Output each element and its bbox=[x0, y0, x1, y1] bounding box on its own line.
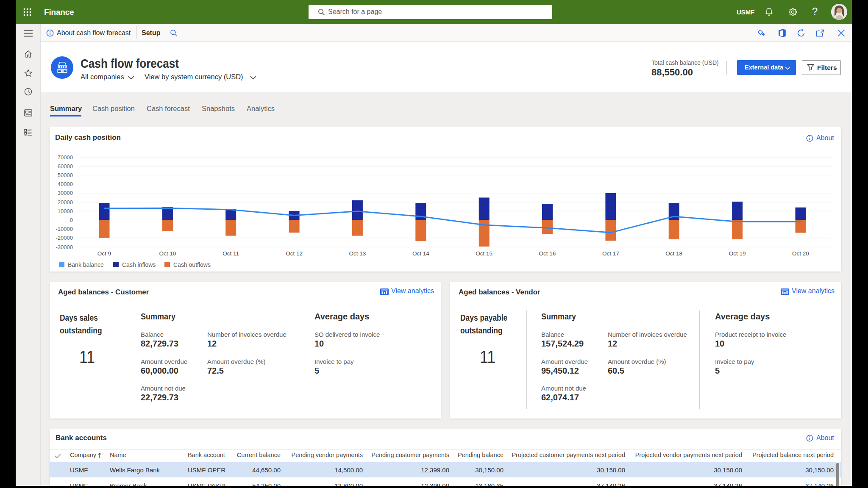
svg-text:Oct 14: Oct 14 bbox=[412, 250, 429, 257]
svg-text:Oct 17: Oct 17 bbox=[602, 250, 619, 257]
svg-text:20000: 20000 bbox=[58, 199, 73, 205]
svg-text:Oct 18: Oct 18 bbox=[665, 250, 682, 257]
svg-text:Oct 15: Oct 15 bbox=[476, 250, 492, 257]
svg-text:70000: 70000 bbox=[58, 154, 73, 161]
svg-text:50000: 50000 bbox=[58, 172, 73, 178]
svg-text:10000: 10000 bbox=[58, 208, 73, 214]
svg-text:-20000: -20000 bbox=[56, 235, 73, 241]
svg-text:Oct 16: Oct 16 bbox=[539, 250, 556, 257]
svg-text:30000: 30000 bbox=[58, 190, 73, 196]
svg-text:Oct 13: Oct 13 bbox=[349, 250, 366, 257]
svg-text:Oct 12: Oct 12 bbox=[286, 250, 303, 257]
svg-text:Oct 9: Oct 9 bbox=[97, 250, 111, 257]
svg-text:40000: 40000 bbox=[58, 181, 73, 187]
svg-text:Oct 10: Oct 10 bbox=[159, 250, 176, 257]
svg-text:Oct 19: Oct 19 bbox=[729, 250, 746, 257]
svg-text:60000: 60000 bbox=[58, 163, 73, 169]
svg-text:0: 0 bbox=[70, 217, 73, 223]
svg-text:-30000: -30000 bbox=[56, 244, 73, 250]
svg-text:-10000: -10000 bbox=[56, 226, 73, 232]
svg-text:Oct 11: Oct 11 bbox=[223, 250, 239, 257]
svg-text:Oct 20: Oct 20 bbox=[792, 250, 809, 257]
